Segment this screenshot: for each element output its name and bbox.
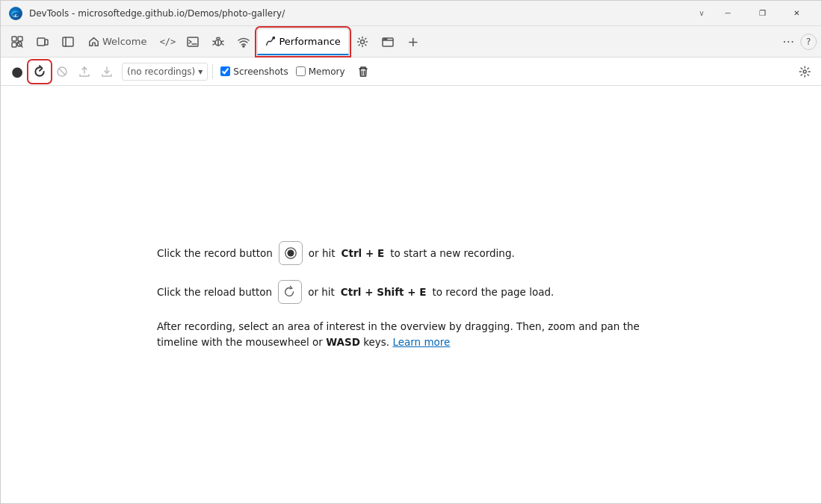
- instruction-reload-middle: or hit: [308, 286, 335, 298]
- memory-label: Memory: [309, 66, 345, 77]
- title-bar: e DevTools - microsoftedge.github.io/Dem…: [1, 1, 821, 26]
- instruction-reload: Click the reload button or hit Ctrl + Sh…: [157, 280, 665, 304]
- window-title: DevTools - microsoftedge.github.io/Demos…: [29, 8, 693, 19]
- tab-welcome[interactable]: Welcome: [81, 28, 154, 55]
- svg-rect-4: [12, 43, 16, 47]
- delete-recordings-button[interactable]: [353, 61, 374, 82]
- tab-console[interactable]: [181, 30, 205, 54]
- svg-point-19: [243, 46, 244, 47]
- svg-rect-8: [45, 40, 48, 45]
- device-emulation-icon: [37, 36, 49, 48]
- instructions-container: Click the record button or hit Ctrl + E …: [157, 241, 665, 349]
- dropdown-arrow-icon: ▾: [198, 66, 203, 77]
- download-icon: [101, 66, 113, 78]
- application-icon: [382, 36, 394, 48]
- svg-rect-11: [188, 37, 198, 46]
- reload-circle-icon: [283, 285, 297, 299]
- screenshots-checkbox[interactable]: [220, 66, 230, 76]
- tab-sidebar-toggle[interactable]: [56, 30, 80, 54]
- tab-inspect-elements[interactable]: [5, 30, 29, 54]
- instruction-record-middle: or hit: [309, 247, 336, 259]
- reload-button-inline: [278, 280, 302, 304]
- record-button-inline: [279, 241, 303, 265]
- memory-checkbox-group[interactable]: Memory: [293, 65, 348, 78]
- recordings-dropdown[interactable]: (no recordings) ▾: [122, 63, 208, 81]
- screenshots-checkbox-group[interactable]: Screenshots: [217, 65, 291, 78]
- more-options-icon: ⋯: [782, 34, 794, 49]
- tab-performance-label: Performance: [279, 36, 340, 47]
- recordings-value: (no recordings): [127, 66, 195, 77]
- screenshots-label: Screenshots: [233, 66, 288, 77]
- svg-rect-2: [12, 37, 16, 41]
- svg-point-32: [287, 250, 294, 257]
- more-options-button[interactable]: ⋯: [778, 31, 799, 52]
- sources-icon: </>: [160, 37, 176, 47]
- help-button[interactable]: ?: [800, 34, 817, 50]
- minimize-button[interactable]: ─: [711, 1, 745, 26]
- svg-text:e: e: [14, 12, 16, 18]
- svg-point-30: [803, 70, 806, 73]
- tab-memory2[interactable]: [350, 30, 374, 54]
- reload-icon: [33, 65, 46, 78]
- tab-debugger[interactable]: [206, 30, 230, 54]
- svg-line-16: [213, 43, 215, 45]
- learn-more-link[interactable]: Learn more: [392, 336, 450, 348]
- svg-point-20: [274, 37, 275, 38]
- svg-point-24: [384, 38, 386, 40]
- add-tab-button[interactable]: +: [401, 30, 425, 54]
- stop-button[interactable]: [52, 61, 72, 82]
- inspect-icon: [11, 36, 23, 48]
- tab-performance[interactable]: Performance: [257, 28, 348, 55]
- close-button[interactable]: ✕: [779, 1, 814, 26]
- stop-icon: [56, 66, 68, 78]
- network-icon: [238, 36, 250, 48]
- record-shortcut: Ctrl + E: [342, 247, 385, 259]
- upload-button[interactable]: [74, 61, 95, 82]
- console-icon: [187, 36, 199, 48]
- restore-button[interactable]: ❐: [745, 1, 779, 26]
- svg-rect-3: [18, 37, 22, 41]
- instruction-record-before: Click the record button: [157, 247, 273, 259]
- instruction-after-suffix: keys.: [360, 336, 393, 348]
- svg-point-21: [360, 40, 364, 43]
- svg-rect-9: [63, 37, 73, 46]
- sidebar-toggle-icon: [62, 36, 74, 48]
- toolbar-separator-1: [212, 64, 213, 79]
- tab-welcome-label: Welcome: [102, 36, 146, 47]
- svg-line-15: [213, 41, 215, 42]
- instruction-after-recording: After recording, select an area of inter…: [157, 319, 665, 349]
- chevron-btn[interactable]: ∨: [693, 1, 711, 26]
- tab-network[interactable]: [232, 30, 256, 54]
- tab-application[interactable]: [376, 30, 400, 54]
- help-icon: ?: [806, 37, 811, 47]
- record-button[interactable]: ●: [7, 61, 28, 82]
- memory-checkbox[interactable]: [296, 66, 306, 76]
- settings-icon: [799, 66, 811, 78]
- svg-rect-7: [37, 38, 45, 46]
- svg-point-25: [386, 38, 387, 40]
- record-icon: ●: [11, 63, 23, 79]
- tab-device-emulation[interactable]: [31, 30, 55, 54]
- main-content-area: Click the record button or hit Ctrl + E …: [1, 86, 821, 504]
- wasd-keys: WASD: [326, 336, 360, 348]
- instruction-reload-after: to record the page load.: [432, 286, 554, 298]
- tab-sources[interactable]: </>: [155, 30, 179, 54]
- reload-shortcut: Ctrl + Shift + E: [341, 286, 427, 298]
- instruction-reload-before: Click the reload button: [157, 286, 272, 298]
- performance-toolbar: ● (no recordings) ▾: [1, 57, 821, 86]
- bug-icon: [212, 36, 224, 48]
- svg-line-27: [59, 69, 65, 75]
- trash-icon: [357, 66, 369, 78]
- add-icon: +: [407, 34, 418, 49]
- svg-line-18: [221, 43, 223, 45]
- svg-line-17: [221, 41, 223, 42]
- instruction-record-after: to start a new recording.: [390, 247, 515, 259]
- download-button[interactable]: [96, 61, 117, 82]
- performance-icon: [265, 37, 275, 46]
- edge-logo: e: [8, 6, 23, 21]
- gear-icon: [356, 36, 368, 48]
- reload-record-button[interactable]: [29, 61, 50, 82]
- instruction-record: Click the record button or hit Ctrl + E …: [157, 241, 665, 265]
- upload-icon: [78, 66, 90, 78]
- performance-settings-button[interactable]: [794, 61, 815, 82]
